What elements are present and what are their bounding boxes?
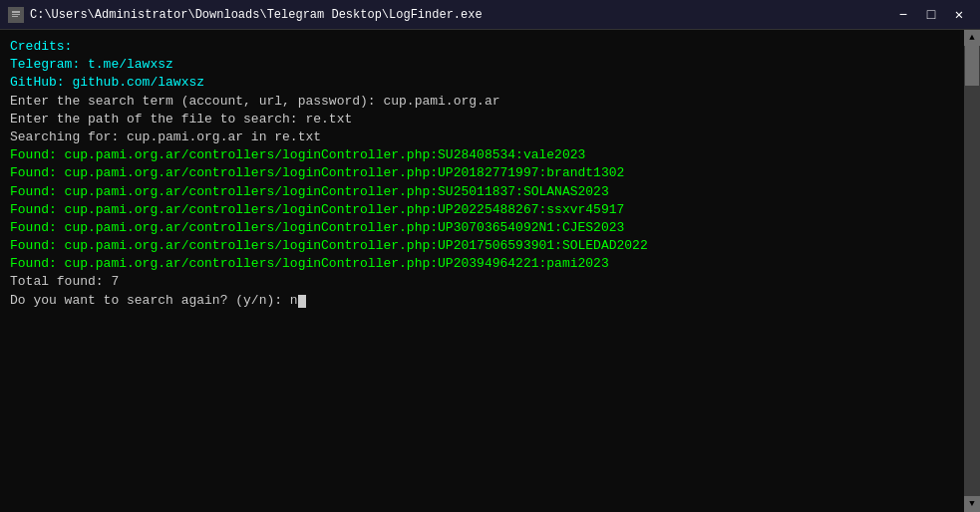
terminal-line: Found: cup.pami.org.ar/controllers/login… [10,146,954,164]
app-icon [8,7,24,23]
terminal-line: Total found: 7 [10,273,954,291]
scrollbar-down-button[interactable]: ▼ [964,496,980,512]
close-button[interactable]: ✕ [946,5,972,25]
terminal-line: Found: cup.pami.org.ar/controllers/login… [10,164,954,182]
terminal-line: Telegram: t.me/lawxsz [10,56,954,74]
window-controls: − □ ✕ [890,5,972,25]
scrollbar-track[interactable] [964,46,980,496]
terminal-line: Do you want to search again? (y/n): n [10,292,954,310]
terminal-line: Enter the search term (account, url, pas… [10,93,954,111]
scrollbar[interactable]: ▲ ▼ [964,30,980,512]
svg-rect-3 [12,16,18,17]
title-bar-left: C:\Users\Administrator\Downloads\Telegra… [8,7,483,23]
title-bar: C:\Users\Administrator\Downloads\Telegra… [0,0,980,30]
minimize-button[interactable]: − [890,5,916,25]
terminal-line: Enter the path of the file to search: re… [10,111,954,128]
terminal-content: Credits:Telegram: t.me/lawxszGitHub: git… [0,30,964,512]
terminal-line: GitHub: github.com/lawxsz [10,74,954,92]
terminal-line: Found: cup.pami.org.ar/controllers/login… [10,201,954,219]
maximize-button[interactable]: □ [918,5,944,25]
svg-rect-2 [12,14,20,15]
window-title: C:\Users\Administrator\Downloads\Telegra… [30,8,483,22]
terminal-line: Found: cup.pami.org.ar/controllers/login… [10,237,954,255]
terminal-line: Credits: [10,38,954,56]
scrollbar-thumb[interactable] [965,46,979,86]
terminal-cursor [298,295,306,308]
scrollbar-up-button[interactable]: ▲ [964,30,980,46]
terminal-line: Searching for: cup.pami.org.ar in re.txt [10,128,954,146]
svg-rect-1 [12,11,20,13]
terminal-line: Found: cup.pami.org.ar/controllers/login… [10,183,954,201]
terminal-line: Found: cup.pami.org.ar/controllers/login… [10,255,954,273]
terminal-wrapper: Credits:Telegram: t.me/lawxszGitHub: git… [0,30,980,512]
terminal-line: Found: cup.pami.org.ar/controllers/login… [10,219,954,237]
